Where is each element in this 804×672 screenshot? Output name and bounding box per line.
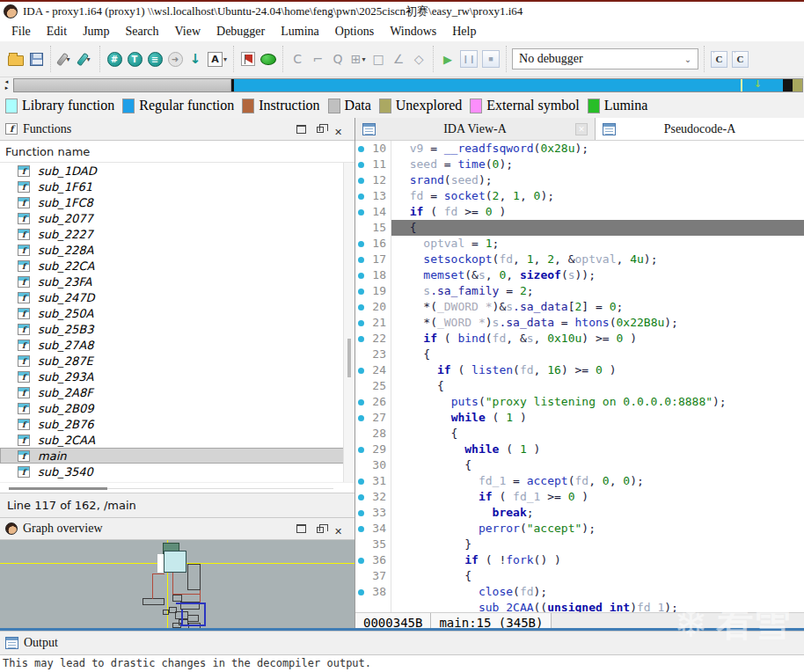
- navband-code-segment[interactable]: [234, 79, 783, 91]
- functions-horizontal-scrollbar[interactable]: [0, 482, 354, 493]
- menu-item-debugger[interactable]: Debugger: [208, 23, 273, 40]
- maximize-icon[interactable]: [296, 524, 306, 533]
- code-line[interactable]: 27 while ( 1 ): [355, 410, 804, 426]
- function-row[interactable]: sub_287E: [0, 353, 354, 369]
- marker-pen-teal-button[interactable]: ▾: [77, 48, 94, 69]
- function-row[interactable]: sub_27A8: [0, 337, 354, 353]
- tab-close-icon[interactable]: [575, 123, 588, 135]
- function-row[interactable]: sub_22CA: [0, 258, 354, 274]
- diamond-button[interactable]: ◇: [410, 48, 428, 69]
- code-line[interactable]: 26 puts("proxy listening on 0.0.0.0:8888…: [355, 394, 804, 410]
- code-line[interactable]: 29 while ( 1 ): [355, 442, 804, 457]
- code-line[interactable]: 38 close(fd);: [355, 584, 804, 600]
- segments-button[interactable]: ⊞▾: [349, 48, 367, 69]
- menu-item-file[interactable]: File: [4, 23, 39, 40]
- code-line[interactable]: 21 *(_WORD *)s.sa_data = htons(0x22B8u);: [355, 315, 804, 331]
- jump-entry-button[interactable]: ↓: [186, 48, 204, 69]
- function-row[interactable]: sub_23FA: [0, 274, 354, 289]
- produce-c-header-button[interactable]: C: [731, 48, 749, 69]
- graph-overview-canvas[interactable]: [0, 540, 354, 628]
- marker-pen-gray-button[interactable]: ▾: [56, 48, 74, 69]
- code-line[interactable]: 14 if ( fd >= 0 ): [355, 204, 804, 220]
- debugger-pause-button[interactable]: ❙❙: [459, 48, 479, 69]
- code-line[interactable]: 33 break;: [355, 505, 804, 521]
- navband-data-segment[interactable]: [14, 79, 231, 91]
- code-line[interactable]: 10 v9 = __readfsqword(0x28u);: [355, 141, 804, 157]
- code-line[interactable]: 13 fd = socket(2, 1, 0);: [355, 188, 804, 204]
- breakpoint-flag-button[interactable]: [239, 48, 257, 69]
- function-row[interactable]: sub_3540: [0, 464, 354, 479]
- function-row[interactable]: main: [0, 448, 354, 464]
- function-row[interactable]: sub_1FC8: [0, 194, 354, 210]
- function-row[interactable]: sub_2077: [0, 210, 354, 226]
- pseudocode-view[interactable]: 10 v9 = __readfsqword(0x28u);11 seed = t…: [355, 141, 804, 612]
- menu-item-jump[interactable]: Jump: [75, 23, 117, 40]
- function-row[interactable]: sub_293A: [0, 369, 354, 384]
- navigation-band[interactable]: [0, 77, 804, 93]
- enum-button[interactable]: Q: [329, 48, 347, 69]
- code-line[interactable]: 20 *(_DWORD *)&s.sa_data[2] = 0;: [355, 299, 804, 315]
- code-line[interactable]: 30 {: [355, 457, 804, 473]
- jump-strings-button[interactable]: ≡: [146, 48, 164, 69]
- code-line[interactable]: sub_2CAA((unsigned int)fd_1);: [355, 600, 804, 612]
- function-row[interactable]: sub_2B76: [0, 416, 354, 432]
- navband-track[interactable]: [13, 78, 803, 92]
- produce-c-file-button[interactable]: C: [710, 48, 728, 69]
- function-row[interactable]: sub_25B3: [0, 321, 354, 337]
- close-icon[interactable]: [334, 125, 344, 134]
- float-icon[interactable]: [317, 127, 324, 133]
- debugger-select[interactable]: No debugger⌄: [512, 48, 698, 69]
- function-row[interactable]: sub_1DAD: [0, 163, 354, 179]
- font-button[interactable]: A▾: [207, 48, 228, 69]
- open-file-button[interactable]: [7, 48, 25, 69]
- function-row[interactable]: sub_250A: [0, 305, 354, 321]
- lumina-ellipse-button[interactable]: [259, 48, 277, 69]
- function-row[interactable]: sub_2227: [0, 226, 354, 242]
- scrollbar-thumb[interactable]: [9, 487, 107, 490]
- menu-item-options[interactable]: Options: [327, 23, 382, 40]
- struct-button[interactable]: ⌐: [309, 48, 326, 69]
- edit-button[interactable]: ∠: [390, 48, 407, 69]
- code-line[interactable]: 22 if ( bind(fd, &s, 0x10u) >= 0 ): [355, 331, 804, 347]
- code-line[interactable]: 24 if ( listen(fd, 16) >= 0 ): [355, 362, 804, 378]
- menu-item-help[interactable]: Help: [444, 23, 484, 40]
- jump-name-button[interactable]: T: [126, 48, 143, 69]
- navband-unexplored-segment[interactable]: [793, 79, 802, 91]
- jump-address-button[interactable]: #: [106, 48, 123, 69]
- jump-problem-button[interactable]: ➜: [166, 48, 184, 69]
- code-line[interactable]: 16 optval = 1;: [355, 236, 804, 252]
- function-name-column-header[interactable]: Function name: [0, 141, 354, 163]
- float-icon[interactable]: [317, 527, 324, 533]
- code-line[interactable]: 17 setsockopt(fd, 1, 2, &optval, 4u);: [355, 252, 804, 267]
- menu-item-windows[interactable]: Windows: [382, 23, 444, 40]
- menu-item-edit[interactable]: Edit: [39, 23, 75, 40]
- debugger-stop-button[interactable]: ■: [481, 48, 501, 69]
- function-row[interactable]: sub_2A8F: [0, 384, 354, 400]
- code-line[interactable]: 37 {: [355, 568, 804, 584]
- function-row[interactable]: sub_2B09: [0, 400, 354, 416]
- tab-pseudocode-a[interactable]: Pseudocode-A: [596, 118, 804, 140]
- code-line[interactable]: 19 s.sa_family = 2;: [355, 283, 804, 299]
- function-row[interactable]: sub_247D: [0, 289, 354, 305]
- debugger-start-button[interactable]: ▶: [439, 48, 457, 69]
- code-line[interactable]: 15 {: [355, 220, 804, 236]
- tab-ida-view-a[interactable]: IDA View-A: [355, 118, 596, 140]
- function-row[interactable]: sub_2CAA: [0, 432, 354, 448]
- selection-button[interactable]: □: [369, 48, 387, 69]
- code-line[interactable]: 36 if ( !fork() ): [355, 552, 804, 568]
- menu-item-search[interactable]: Search: [117, 23, 166, 40]
- code-line[interactable]: 31 fd_1 = accept(fd, 0, 0);: [355, 473, 804, 489]
- navband-scroll-buttons[interactable]: [0, 77, 13, 93]
- code-line[interactable]: 25 {: [355, 378, 804, 394]
- function-row[interactable]: sub_228A: [0, 242, 354, 258]
- menu-item-lumina[interactable]: Lumina: [273, 23, 327, 40]
- function-row[interactable]: sub_1F61: [0, 179, 354, 194]
- code-line[interactable]: 12 srand(seed);: [355, 172, 804, 188]
- save-file-button[interactable]: [27, 48, 45, 69]
- maximize-icon[interactable]: [296, 125, 306, 134]
- scrollbar-thumb[interactable]: [347, 339, 351, 377]
- menu-item-view[interactable]: View: [167, 23, 208, 40]
- copy-c-button[interactable]: C: [289, 48, 306, 69]
- code-line[interactable]: 32 if ( fd_1 >= 0 ): [355, 489, 804, 505]
- code-line[interactable]: 23 {: [355, 347, 804, 362]
